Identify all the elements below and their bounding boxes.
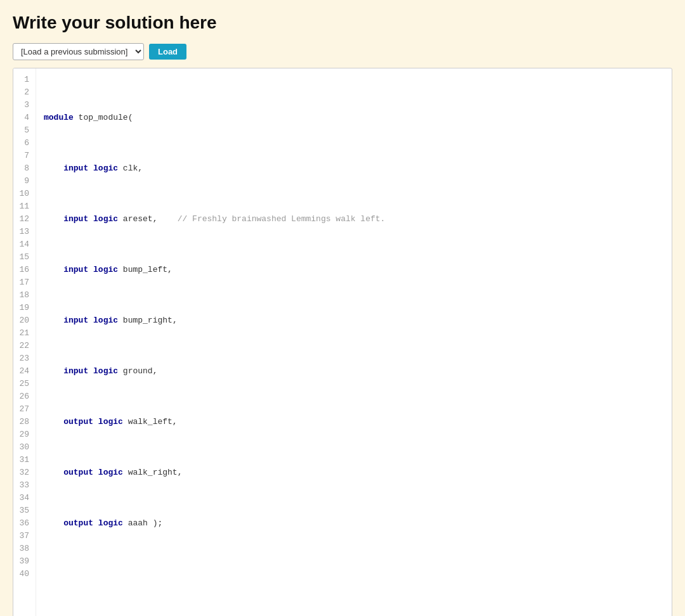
code-text[interactable]: module top_module( input logic clk, inpu… <box>36 68 672 616</box>
code-editor[interactable]: 1 2 3 4 5 6 7 8 9 10 11 12 13 14 15 16 1… <box>13 68 672 616</box>
page-title: Write your solution here <box>13 13 672 33</box>
code-line-9: output logic aaah ); <box>44 517 664 530</box>
submission-select[interactable]: [Load a previous submission] <box>13 43 144 60</box>
code-line-8: output logic walk_right, <box>44 466 664 479</box>
code-line-5: input logic bump_right, <box>44 314 664 327</box>
line-numbers: 1 2 3 4 5 6 7 8 9 10 11 12 13 14 15 16 1… <box>13 68 36 616</box>
load-button[interactable]: Load <box>149 44 186 60</box>
toolbar: [Load a previous submission] Load <box>13 43 672 60</box>
code-line-7: output logic walk_left, <box>44 416 664 428</box>
code-line-1: module top_module( <box>44 112 664 124</box>
code-line-10 <box>44 568 664 581</box>
code-line-2: input logic clk, <box>44 162 664 175</box>
code-line-6: input logic ground, <box>44 365 664 378</box>
code-line-3: input logic areset, // Freshly brainwash… <box>44 213 664 226</box>
code-line-4: input logic bump_left, <box>44 264 664 276</box>
